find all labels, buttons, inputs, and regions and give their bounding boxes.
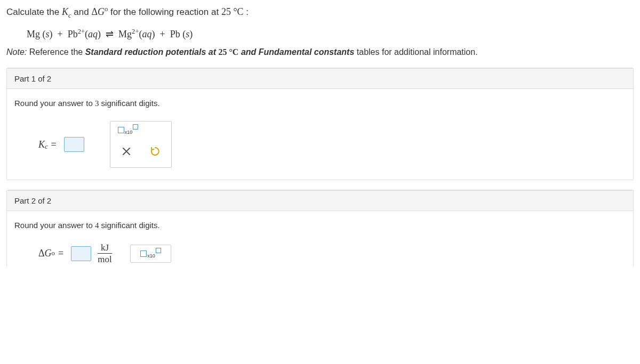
part-1-answer-row: Kc = x10 xyxy=(38,121,626,168)
undo-icon xyxy=(150,146,161,157)
part-1-body: Round your answer to 3 significant digit… xyxy=(7,89,633,180)
delta-g-symbol: ΔGo xyxy=(91,6,108,17)
tool-row-sci: x10 xyxy=(114,125,168,135)
part-1-container: Part 1 of 2 Round your answer to 3 signi… xyxy=(6,68,634,180)
sci-notation-button[interactable]: x10 xyxy=(114,125,143,135)
reaction-equation: Mg (s) + Pb2+(aq) ⇌ Mg2+(aq) + Pb (s) xyxy=(27,28,634,40)
part-2-body: Round your answer to 4 significant digit… xyxy=(7,211,633,267)
sci-exp-box-icon xyxy=(133,124,138,130)
clear-button[interactable] xyxy=(114,139,139,164)
kc-label: Kc = xyxy=(38,139,60,150)
part-2-instruction: Round your answer to 4 significant digit… xyxy=(14,221,626,230)
close-icon xyxy=(122,147,131,156)
part-1-toolbox: x10 xyxy=(110,121,172,168)
part-1-header: Part 1 of 2 xyxy=(7,68,633,89)
question-prompt: Calculate the Kc and ΔGo for the followi… xyxy=(6,4,634,20)
tool-row-actions xyxy=(114,139,168,164)
sci-x10-label: x10 xyxy=(125,130,133,135)
part-2-answer-row: ΔGo = kJ mol x10 xyxy=(38,243,626,264)
note-and: and xyxy=(241,47,259,56)
note-label: Note: xyxy=(6,47,27,56)
unit-mol: mol xyxy=(98,254,111,264)
unit-kj: kJ xyxy=(98,243,112,254)
kc-input[interactable] xyxy=(64,137,84,152)
sci-exp-box-icon-2 xyxy=(156,248,161,253)
delta-g-input[interactable] xyxy=(71,246,91,261)
part-2-toolbox: x10 xyxy=(130,245,171,263)
reset-button[interactable] xyxy=(142,139,168,164)
unit-fraction: kJ mol xyxy=(98,243,112,264)
part-1-instruction: Round your answer to 3 significant digit… xyxy=(14,99,626,108)
note-temp: 25 °C xyxy=(218,47,238,56)
kc-symbol: Kc xyxy=(62,6,71,17)
prompt-colon: : xyxy=(246,7,249,17)
sci-x10-label-2: x10 xyxy=(147,253,155,258)
note-ref1: Standard reduction potentials at xyxy=(85,47,219,56)
prompt-tail: for the following reaction at xyxy=(110,7,221,17)
note-post: tables for additional information. xyxy=(357,47,478,56)
part-2-header: Part 2 of 2 xyxy=(7,190,633,211)
delta-g-label: ΔGo = xyxy=(38,248,67,259)
sci-base-box-icon-2 xyxy=(140,250,147,257)
reference-note: Note: Reference the Standard reduction p… xyxy=(6,47,634,57)
sci-base-box-icon xyxy=(118,127,124,133)
sci-notation-button-2[interactable]: x10 xyxy=(136,248,165,259)
note-ref2: Fundamental constants xyxy=(259,47,355,56)
prompt-lead: Calculate the xyxy=(6,7,62,17)
temperature: 25 °C xyxy=(221,6,244,17)
note-pre: Reference the xyxy=(29,47,85,56)
part-2-container: Part 2 of 2 Round your answer to 4 signi… xyxy=(6,190,634,267)
prompt-and: and xyxy=(74,7,91,17)
